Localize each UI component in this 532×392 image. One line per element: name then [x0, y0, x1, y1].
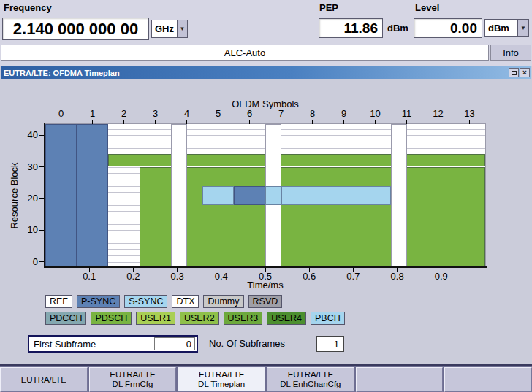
- symbol-tick-label: 12: [428, 108, 449, 119]
- symbol-tick: [375, 120, 376, 124]
- symbol-tick-label: 3: [145, 108, 167, 119]
- softkey-label: DL Timeplan: [198, 380, 245, 389]
- region-ref-sym0: [45, 124, 77, 266]
- symbol-tick: [469, 120, 470, 124]
- symbol-tick: [186, 120, 187, 124]
- rb-tick: [39, 230, 44, 231]
- symbol-tick-label: 13: [459, 108, 481, 119]
- symbol-tick-label: 1: [82, 108, 104, 119]
- softkey-eutra-lte[interactable]: EUTRA/LTE: [0, 367, 88, 392]
- level-value[interactable]: 0.00: [414, 18, 482, 38]
- legend-pdsch: PDSCH: [91, 312, 132, 325]
- region-pdsch-main: [140, 167, 485, 267]
- level-value-text: 0.00: [450, 20, 477, 36]
- rb-tick-label: 0: [18, 256, 38, 267]
- symbol-tick-label: 7: [270, 108, 292, 119]
- symbol-tick: [123, 120, 124, 124]
- softkey-label: EUTRA/LTE: [199, 370, 244, 380]
- symbol-tick: [155, 120, 156, 124]
- rb-tick-label: 40: [18, 129, 38, 140]
- softkey-empty-6[interactable]: [444, 367, 532, 392]
- pep-label: PEP: [319, 2, 338, 13]
- symbol-tick-label: 5: [208, 108, 229, 119]
- level-unit-label: dBm: [485, 20, 517, 36]
- y-axis-line: [44, 123, 45, 268]
- frequency-value[interactable]: 2.140 000 000 00: [2, 18, 149, 40]
- header-bar: Frequency 2.140 000 000 00 GHz ▼ PEP 11.…: [0, 0, 532, 66]
- softkey-empty-5[interactable]: [356, 367, 444, 392]
- legend-dummy: Dummy: [203, 295, 243, 308]
- legend-user2: USER2: [180, 312, 219, 325]
- region-pbch: [281, 186, 392, 205]
- legend-s-sync: S-SYNC: [124, 295, 167, 308]
- maximize-button[interactable]: [509, 68, 519, 77]
- status-text: ALC-Auto: [224, 47, 265, 58]
- softkey-dl-frmcfg[interactable]: EUTRA/LTEDL FrmCfg: [89, 367, 177, 392]
- legend-user4: USER4: [267, 312, 306, 325]
- legend-ref: REF: [45, 295, 72, 308]
- softkey-dl-timeplan[interactable]: EUTRA/LTEDL Timeplan: [178, 367, 265, 392]
- region-ref-sym11: [391, 124, 407, 266]
- region-psync-center: [234, 186, 265, 205]
- region-dtx-sym2: [108, 167, 140, 267]
- region-ssync: [202, 186, 234, 205]
- softkey-label: EUTRA/LTE: [288, 370, 333, 380]
- legend-rsvd: RSVD: [248, 295, 283, 308]
- legend-user3: USER3: [224, 312, 263, 325]
- symbol-tick-label: 4: [176, 108, 198, 119]
- status-bar: ALC-Auto: [1, 45, 489, 61]
- window-titlebar: EUTRA/LTE: OFDMA Timeplan ×: [1, 66, 531, 79]
- no-of-subframes-label: No. Of Subframes: [209, 338, 285, 349]
- legend-pbch: PBCH: [311, 312, 345, 325]
- legend-dtx: DTX: [172, 295, 199, 308]
- symbol-tick-label: 6: [239, 108, 261, 119]
- window-title: EUTRA/LTE: OFDMA Timeplan: [4, 69, 120, 77]
- softkey-bar: EUTRA/LTEEUTRA/LTEDL FrmCfgEUTRA/LTEDL T…: [0, 364, 532, 392]
- softkey-label: EUTRA/LTE: [110, 370, 155, 380]
- pep-value-text: 11.86: [344, 20, 379, 36]
- first-subframe-input[interactable]: 0: [154, 337, 195, 350]
- no-of-subframes-input[interactable]: 1: [316, 336, 344, 352]
- frequency-value-text: 2.140 000 000 00: [13, 20, 138, 39]
- rb-tick-label: 30: [18, 161, 38, 172]
- legend-row-2: PDCCHPDSCHUSER1USER2USER3USER4PBCH: [45, 312, 345, 325]
- level-unit-dropdown[interactable]: dBm ▼: [484, 19, 529, 37]
- symbol-tick-label: 11: [396, 108, 418, 119]
- symbol-tick: [343, 120, 344, 124]
- rb-tick: [39, 166, 44, 167]
- first-subframe-field[interactable]: First Subframe 0: [28, 335, 198, 353]
- plot-area: [45, 124, 485, 266]
- legend-row-1: REFP-SYNCS-SYNCDTXDummyRSVD: [45, 295, 282, 308]
- window-buttons: ×: [509, 68, 531, 77]
- legend-pdcch: PDCCH: [45, 312, 86, 325]
- first-subframe-label: First Subframe: [29, 339, 154, 350]
- symbol-tick-label: 9: [333, 108, 355, 119]
- legend-user1: USER1: [136, 312, 175, 325]
- region-pdsch-upper-band: [108, 154, 485, 166]
- frequency-unit-dropdown[interactable]: GHz ▼: [151, 20, 188, 38]
- close-button[interactable]: ×: [520, 68, 530, 77]
- rb-tick-label: 20: [18, 193, 38, 204]
- region-psync-sym1: [77, 124, 108, 266]
- info-button[interactable]: Info: [490, 45, 531, 61]
- symbol-tick: [281, 120, 281, 124]
- symbol-tick: [438, 120, 438, 124]
- symbol-tick: [61, 120, 61, 124]
- rb-tick: [39, 135, 44, 136]
- rb-tick-label: 10: [18, 224, 38, 235]
- softkey-label: DL FrmCfg: [113, 380, 153, 389]
- softkey-label: EUTRA/LTE: [21, 375, 66, 385]
- symbol-tick-label: 10: [365, 108, 387, 119]
- chevron-down-icon[interactable]: ▼: [517, 20, 528, 36]
- region-pbch-ref-overlap: [265, 186, 281, 205]
- pep-value: 11.86: [319, 18, 383, 38]
- rb-tick: [39, 198, 44, 199]
- frequency-unit-label: GHz: [152, 20, 177, 37]
- softkey-dl-enhchancfg[interactable]: EUTRA/LTEDL EnhChanCfg: [267, 367, 354, 392]
- chevron-down-icon[interactable]: ▼: [177, 20, 187, 37]
- y-axis-label: Resource Block: [9, 152, 19, 239]
- symbol-tick-label: 2: [113, 108, 135, 119]
- level-label: Level: [415, 2, 439, 13]
- frequency-label: Frequency: [4, 2, 52, 13]
- legend-p-sync: P-SYNC: [77, 295, 120, 308]
